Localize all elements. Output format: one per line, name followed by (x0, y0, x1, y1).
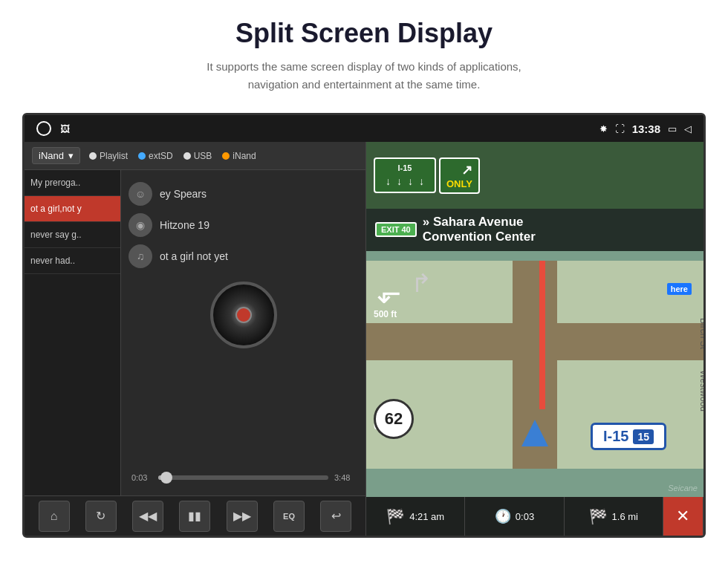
elapsed-icon: 🕐 (495, 508, 511, 524)
album-icon: ◉ (129, 213, 152, 237)
split-area: iNand ▾ Playlist extSD USB (25, 142, 703, 536)
playlist-item-0[interactable]: My preroga.. (25, 170, 120, 196)
status-bar-left: 🖼 (36, 121, 70, 136)
highway-sign-area: I-15 ↓ ↓ ↓ ↓ ↗ ONLY (366, 142, 703, 209)
source-tab-extsd[interactable]: extSD (138, 151, 173, 161)
artist-name: ey Spears (160, 188, 207, 200)
controls-bar: ⌂ ↻ ◀◀ ▮▮ ▶▶ EQ ↩ (25, 495, 365, 536)
close-icon: ✕ (676, 507, 689, 526)
status-bar-right: ✸ ⛶ 13:38 ▭ ◁ (599, 123, 692, 135)
only-label: ONLY (446, 178, 472, 189)
device-frame: 🖼 ✸ ⛶ 13:38 ▭ ◁ iNand ▾ Playlist (22, 113, 706, 538)
back-button[interactable]: ↩ (320, 501, 351, 532)
eta-time: 4:21 am (409, 511, 444, 522)
nav-close-button[interactable]: ✕ (663, 497, 703, 536)
nav-bottom-bar: 🏁 4:21 am 🕐 0:03 🏁 1.6 mi ✕ (366, 497, 703, 536)
source-tabs: Playlist extSD USB iNand (89, 151, 256, 161)
page-subtitle: It supports the same screen display of t… (30, 58, 698, 94)
source-tab-inand[interactable]: iNand (222, 151, 256, 161)
distance-flag-icon: 🏁 (589, 507, 608, 525)
source-label: iNand (39, 150, 64, 161)
status-bar: 🖼 ✸ ⛶ 13:38 ▭ ◁ (25, 115, 703, 142)
artist-row: ☺ ey Spears (129, 182, 358, 206)
turn-icon: ⬐ (377, 276, 401, 310)
location-icon: ⛶ (615, 123, 625, 134)
arrow-down-2: ↓ (397, 175, 402, 187)
arrow-down-1: ↓ (386, 175, 391, 187)
track-icon: ♫ (129, 244, 152, 268)
source-selector: iNand ▾ Playlist extSD USB (25, 142, 365, 170)
checkered-start-icon: 🏁 (386, 507, 405, 525)
arrow-down-3: ↓ (408, 175, 413, 187)
home-button[interactable]: ⌂ (39, 501, 70, 532)
track-row: ♫ ot a girl not yet (129, 244, 358, 268)
highway-sign-i15: I-15 ↓ ↓ ↓ ↓ (374, 157, 436, 193)
here-logo: here (667, 283, 692, 295)
progress-row: 0:03 3:48 (129, 467, 358, 488)
arrow-down-4: ↓ (419, 175, 424, 187)
watermark: Seicane (668, 484, 698, 492)
exit-badge: EXIT 40 (375, 222, 417, 237)
chevron-down-icon: ▾ (68, 150, 74, 161)
highway-shield: 15 (633, 429, 654, 444)
nav-bottom-distance: 🏁 1.6 mi (565, 497, 663, 536)
road-horizontal (366, 323, 703, 360)
nav-triangle (521, 420, 548, 446)
circle-icon (36, 121, 51, 136)
track-name: ot a girl not yet (160, 250, 228, 262)
radio-inand (222, 152, 230, 160)
next-button[interactable]: ▶▶ (227, 501, 258, 532)
birch-st-label: Birch St (698, 318, 703, 349)
nav-bottom-elapsed: 🕐 0:03 (465, 497, 564, 536)
distance-label-500ft: 500 ft (374, 309, 397, 319)
vinyl-center (235, 307, 252, 323)
progress-thumb (160, 472, 172, 484)
radio-usb (183, 152, 191, 160)
arrow-up-right: ↗ (461, 162, 472, 178)
source-dropdown[interactable]: iNand ▾ (32, 147, 80, 164)
playlist-item-2[interactable]: never say g.. (25, 222, 120, 248)
highway-badge: I-15 15 (591, 423, 666, 450)
page-header: Split Screen Display It supports the sam… (0, 0, 728, 105)
album-row: ◉ Hitzone 19 (129, 213, 358, 237)
nav-bottom-eta: 🏁 4:21 am (366, 497, 465, 536)
direction-text: » Sahara Avenue Convention Center (423, 215, 536, 245)
turn-icon-2: ↱ (411, 268, 432, 298)
artist-icon: ☺ (129, 182, 152, 206)
status-time: 13:38 (632, 123, 660, 135)
pause-button[interactable]: ▮▮ (179, 501, 210, 532)
time-total: 3:48 (334, 473, 355, 482)
time-current: 0:03 (131, 473, 152, 482)
nav-map: I-15 ↓ ↓ ↓ ↓ ↗ ONLY EXI (366, 142, 703, 536)
radio-extsd (138, 152, 146, 160)
speed-display: 62 (374, 399, 414, 439)
remaining-distance: 1.6 mi (612, 511, 638, 522)
nav-panel: I-15 ↓ ↓ ↓ ↓ ↗ ONLY EXI (366, 142, 703, 536)
playlist-item-3[interactable]: never had.. (25, 248, 120, 274)
music-panel: iNand ▾ Playlist extSD USB (25, 142, 366, 536)
repeat-button[interactable]: ↻ (85, 501, 117, 532)
playlist-item-1[interactable]: ot a girl,not y (25, 196, 120, 222)
westwood-label: Westwood (698, 370, 703, 412)
eq-button[interactable]: EQ (273, 501, 305, 532)
now-playing: ☺ ey Spears ◉ Hitzone 19 ♫ ot a girl not… (121, 170, 365, 495)
elapsed-time: 0:03 (516, 511, 534, 522)
window-icon: ▭ (668, 123, 677, 134)
only-sign: ↗ ONLY (439, 157, 480, 194)
vinyl-disc (210, 282, 277, 348)
image-icon: 🖼 (60, 123, 70, 134)
bluetooth-icon: ✸ (599, 123, 608, 134)
music-body: My preroga.. ot a girl,not y never say g… (25, 170, 365, 495)
road-red-line (539, 261, 545, 409)
prev-button[interactable]: ◀◀ (132, 501, 163, 532)
back-icon: ◁ (684, 123, 692, 134)
album-name: Hitzone 19 (160, 219, 209, 231)
radio-playlist (89, 152, 97, 160)
map-road-area: ⬐ ↱ 500 ft here 0.2 mi 62 I-15 15 Birch … (366, 261, 703, 469)
page-title: Split Screen Display (30, 18, 698, 49)
direction-panel: EXIT 40 » Sahara Avenue Convention Cente… (366, 209, 703, 251)
progress-bar[interactable] (158, 475, 328, 480)
source-tab-usb[interactable]: USB (183, 151, 212, 161)
playlist-sidebar: My preroga.. ot a girl,not y never say g… (25, 170, 121, 495)
source-tab-playlist[interactable]: Playlist (89, 151, 128, 161)
